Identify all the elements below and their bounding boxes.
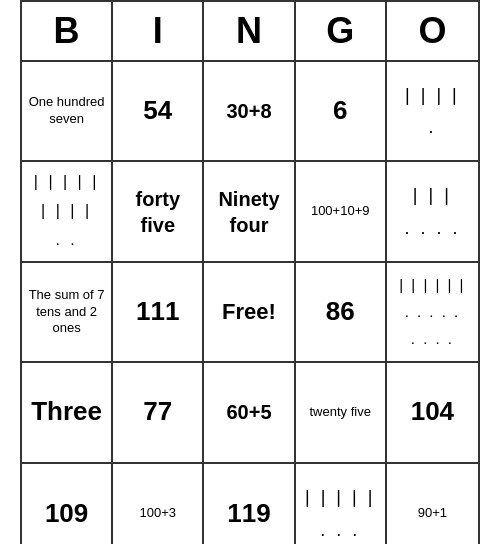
cell-r2c5: | | | . . . . — [387, 162, 478, 262]
cell-r1c3: 30+8 — [204, 62, 295, 162]
cell-r5c3: 119 — [204, 464, 295, 544]
bingo-grid: One hundred seven 54 30+8 6 | | | | . | … — [22, 62, 478, 544]
cell-r1c2: 54 — [113, 62, 204, 162]
cell-r2c1: | | | | | | | | | . . — [22, 162, 113, 262]
header-i: I — [113, 2, 204, 60]
header-n: N — [204, 2, 295, 60]
cell-r2c4: 100+10+9 — [296, 162, 387, 262]
header-o: O — [387, 2, 478, 60]
cell-r3c3-free: Free! — [204, 263, 295, 363]
cell-r4c3: 60+5 — [204, 363, 295, 463]
cell-r5c1: 109 — [22, 464, 113, 544]
cell-r5c5: 90+1 — [387, 464, 478, 544]
bingo-header: B I N G O — [22, 2, 478, 62]
cell-r2c3: Ninety four — [204, 162, 295, 262]
cell-r3c4: 86 — [296, 263, 387, 363]
header-g: G — [296, 2, 387, 60]
cell-r4c4: twenty five — [296, 363, 387, 463]
cell-r3c5: | | | | | | . . . . . . . . . — [387, 263, 478, 363]
cell-r5c2: 100+3 — [113, 464, 204, 544]
cell-r1c1: One hundred seven — [22, 62, 113, 162]
cell-r4c2: 77 — [113, 363, 204, 463]
bingo-card: B I N G O One hundred seven 54 30+8 6 | … — [20, 0, 480, 544]
cell-r5c4: | | | | | . . . — [296, 464, 387, 544]
cell-r3c2: 111 — [113, 263, 204, 363]
cell-r3c1: The sum of 7 tens and 2 ones — [22, 263, 113, 363]
cell-r1c4: 6 — [296, 62, 387, 162]
cell-r4c5: 104 — [387, 363, 478, 463]
cell-r1c5: | | | | . — [387, 62, 478, 162]
cell-r4c1: Three — [22, 363, 113, 463]
cell-r2c2: forty five — [113, 162, 204, 262]
header-b: B — [22, 2, 113, 60]
